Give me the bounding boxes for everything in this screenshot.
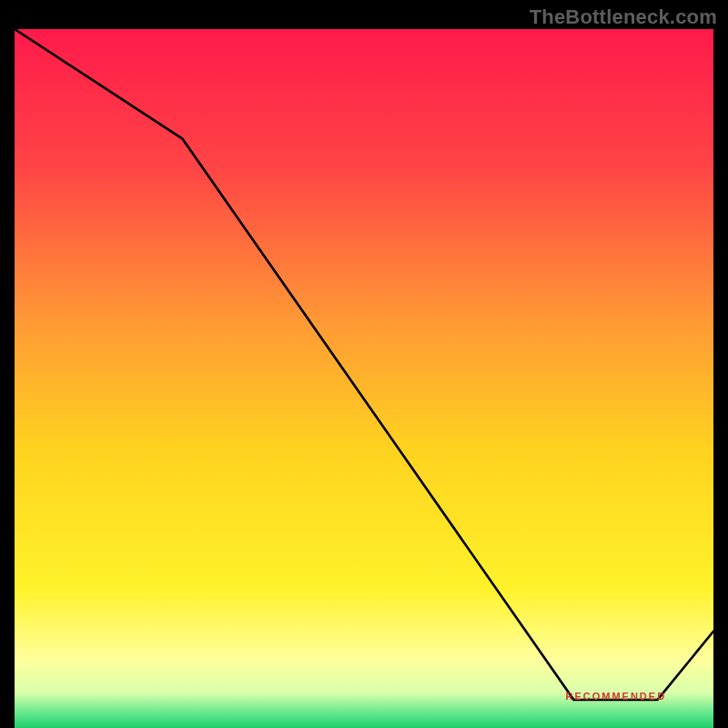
plot-area: RECOMMENDED (15, 29, 713, 713)
watermark-text: TheBottleneck.com (530, 5, 717, 29)
chart-stage: TheBottleneck.com RECOMMENDED (0, 0, 728, 728)
recommended-label: RECOMMENDED (565, 691, 666, 702)
bottleneck-curve (15, 29, 713, 713)
